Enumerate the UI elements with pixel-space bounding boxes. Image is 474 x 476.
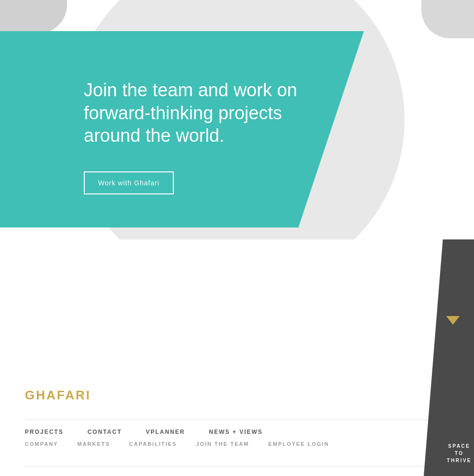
nav-capabilities[interactable]: CAPABILITIES: [129, 441, 177, 447]
nav-company[interactable]: COMPANY: [25, 441, 58, 447]
footer: GHAFARI PROJECTS CONTACT VPLANNER NEWS +…: [0, 369, 474, 476]
hero-section: Join the team and work on forward-thinki…: [0, 0, 474, 239]
brand-tagline: SPACE TO THRIVE: [447, 442, 472, 464]
nav-markets[interactable]: MARKETS: [77, 441, 110, 447]
accent-triangle: [446, 316, 460, 325]
hero-content: Join the team and work on forward-thinki…: [0, 31, 364, 194]
tagline-line2: TO: [447, 450, 472, 457]
nav-projects[interactable]: PROJECTS: [25, 429, 64, 435]
footer-secondary-nav: COMPANY MARKETS CAPABILITIES JOIN THE TE…: [25, 441, 449, 447]
nav-news-views[interactable]: NEWS + VIEWS: [209, 429, 262, 435]
work-with-ghafari-button[interactable]: Work with Ghafari: [84, 171, 174, 194]
middle-section: [0, 239, 474, 369]
hero-heading: Join the team and work on forward-thinki…: [84, 79, 333, 147]
company-logo[interactable]: GHAFARI: [25, 388, 91, 402]
tagline-line1: SPACE: [447, 442, 472, 450]
nav-vplanner[interactable]: VPLANNER: [146, 429, 185, 435]
nav-employee-login[interactable]: EMPLOYEE LOGIN: [268, 441, 329, 447]
nav-join-team[interactable]: JOIN THE TEAM: [196, 441, 249, 447]
copyright-row: Copyright 2018 Ghafari Associates | Term…: [25, 466, 449, 476]
nav-contact[interactable]: CONTACT: [88, 429, 122, 435]
right-shape-top: [421, 0, 474, 38]
footer-primary-nav: PROJECTS CONTACT VPLANNER NEWS + VIEWS: [25, 419, 449, 435]
logo-area: GHAFARI: [25, 369, 449, 419]
top-left-shape: [0, 0, 67, 34]
tagline-line3: THRIVE: [447, 457, 472, 464]
